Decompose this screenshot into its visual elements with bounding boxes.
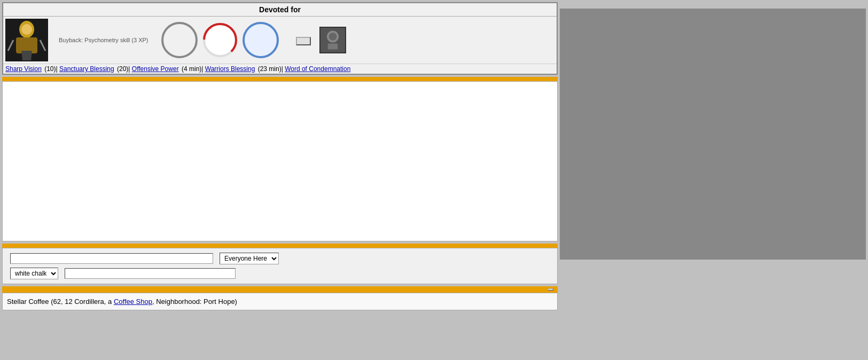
avatar-image [5, 19, 48, 61]
hp-stat [202, 22, 238, 58]
skill-sharp-vision[interactable]: Sharp Vision [5, 65, 42, 73]
character-level: Buyback: Psychometry skill (3 XP) [50, 37, 157, 43]
coffee-shop-link[interactable]: Coffee Shop [114, 298, 152, 306]
svg-point-12 [329, 33, 337, 41]
left-panel: Devoted for [2, 2, 558, 312]
item-select[interactable]: white chalk pencil pen [10, 268, 58, 279]
ap-circle [161, 22, 198, 58]
hp-circle [202, 22, 238, 58]
buyback-short: Buyback: Psychometry skill (3 XP) [59, 37, 148, 43]
description-text: Stellar Coffee (62, 12 Cordillera, a Cof… [7, 298, 237, 306]
speech-body: Everyone Here Nearby Shout white chalk p… [2, 248, 558, 284]
skill-warriors[interactable]: Warriors Blessing [205, 65, 255, 73]
description-collapse-button[interactable] [548, 288, 553, 291]
description-section: Stellar Coffee (62, 12 Cordillera, a Cof… [2, 286, 558, 310]
skill-offensive[interactable]: Offensive Power [132, 65, 179, 73]
say-target-select[interactable]: Everyone Here Nearby Shout [220, 253, 279, 264]
map-grid [560, 9, 866, 260]
say-row: Everyone Here Nearby Shout [7, 253, 553, 264]
skills-row: Sharp Vision (10)| Sanctuary Blessing (2… [3, 64, 557, 74]
skill-word[interactable]: Word of Condemnation [285, 65, 350, 73]
svg-marker-7 [21, 51, 32, 60]
messages-section [2, 77, 558, 241]
description-body: Stellar Coffee (62, 12 Cordillera, a Cof… [2, 293, 558, 310]
write-input[interactable] [65, 268, 236, 279]
messages-body[interactable] [2, 81, 558, 241]
character-title: Devoted for [3, 3, 557, 17]
ap-stat [161, 22, 198, 58]
nav-buttons [560, 4, 866, 9]
description-header [2, 286, 558, 293]
disconnect-section [296, 35, 311, 45]
svg-point-3 [21, 24, 32, 35]
char-icon-right [319, 27, 346, 53]
mp-stat [243, 22, 279, 58]
speech-section: Everyone Here Nearby Shout white chalk p… [2, 244, 558, 284]
skill-sanctuary[interactable]: Sanctuary Blessing [59, 65, 114, 73]
say-input[interactable] [10, 253, 213, 264]
stat-circles [157, 20, 283, 60]
right-panel [560, 2, 866, 312]
disconnect-button[interactable] [296, 37, 311, 45]
char-avatar [5, 19, 48, 61]
speech-header [2, 244, 558, 248]
use-row: white chalk pencil pen [7, 268, 553, 279]
messages-header [2, 77, 558, 81]
devoted-label: Devoted for [259, 5, 301, 14]
character-header: Devoted for [2, 2, 558, 75]
char-stats-row: Buyback: Psychometry skill (3 XP) [3, 17, 557, 64]
mp-circle [243, 22, 279, 58]
svg-rect-13 [327, 43, 337, 49]
